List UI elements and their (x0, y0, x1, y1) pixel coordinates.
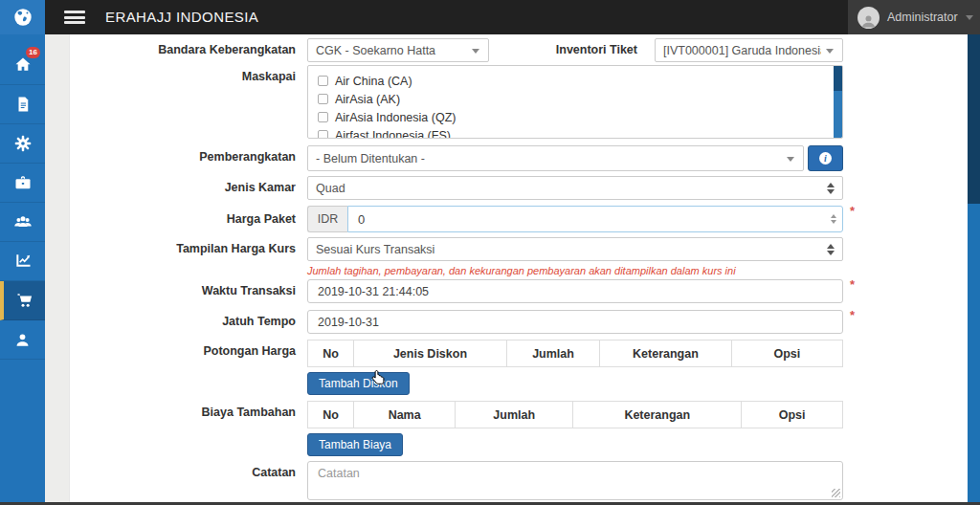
caret-down-icon (826, 49, 834, 54)
sidebar-toggle-button[interactable] (54, 0, 96, 34)
form-panel: Bandara Keberangkatan CGK - Soekarno Hat… (69, 34, 968, 505)
maskapai-multiselect: Air China (CA) AirAsia (AK) AirAsia Indo… (307, 65, 843, 139)
potongan-harga-label: Potongan Harga (70, 340, 307, 358)
app-title: ERAHAJJ INDONESIA (105, 0, 258, 34)
gear-icon (13, 134, 33, 153)
kurs-note: Jumlah tagihan, pembayaran, dan kekurang… (307, 263, 843, 276)
notification-badge: 16 (26, 47, 40, 58)
jatuh-tempo-label: Jatuh Tempo (70, 310, 307, 328)
maskapai-option[interactable]: AirAsia (AK) (318, 90, 825, 108)
tampilan-harga-kurs-select[interactable]: Sesuai Kurs Transaksi (307, 237, 843, 261)
column-header: Jumlah (506, 340, 599, 367)
tambah-biaya-button[interactable]: Tambah Biaya (307, 433, 403, 456)
checkbox-icon[interactable] (318, 94, 328, 104)
maskapai-option[interactable]: Air China (CA) (318, 72, 825, 90)
document-icon (14, 96, 32, 113)
tampilan-harga-kurs-label: Tampilan Harga Kurs (70, 237, 307, 255)
pemberangkatan-select[interactable]: - Belum Ditentukan - (307, 145, 804, 171)
up-down-arrows-icon (827, 183, 835, 194)
harga-paket-input[interactable]: 0 (347, 206, 843, 232)
app-logo[interactable] (0, 0, 45, 34)
jenis-kamar-select[interactable]: Quad (307, 176, 843, 200)
catatan-placeholder: Catatan (318, 467, 360, 480)
pemberangkatan-label: Pemberangkatan (70, 145, 307, 164)
user-menu[interactable]: Administrator (848, 0, 980, 34)
sidebar-item-users[interactable] (0, 203, 45, 242)
sidebar-item-settings[interactable] (0, 124, 45, 164)
inventori-tiket-select[interactable]: [IVT000001] Garuda Indonesia CG... (655, 38, 843, 62)
currency-addon: IDR (307, 206, 347, 232)
maskapai-option[interactable]: Airfast Indonesia (FS) (318, 126, 825, 139)
sidebar-item-profile[interactable] (0, 320, 45, 360)
pemberangkatan-value: - Belum Ditentukan - (316, 152, 425, 165)
required-marker: * (850, 277, 855, 292)
tampilan-harga-kurs-value: Sesuai Kurs Transaksi (316, 243, 434, 256)
sidebar-item-briefcase[interactable] (0, 164, 45, 203)
checkbox-icon[interactable] (318, 112, 328, 122)
column-header: Opsi (731, 340, 842, 367)
person-icon (13, 331, 32, 349)
waktu-transaksi-input[interactable]: 2019-10-31 21:44:05 (307, 279, 843, 303)
avatar (858, 7, 880, 29)
waktu-transaksi-label: Waktu Transaksi (70, 279, 307, 297)
maskapai-option-label: Airfast Indonesia (FS) (335, 129, 451, 140)
resize-handle-icon[interactable] (832, 489, 840, 497)
column-header: Jumlah (456, 402, 573, 428)
catatan-textarea[interactable]: Catatan (307, 461, 843, 500)
globe-icon (12, 7, 33, 28)
page-scrollbar-thumb[interactable] (968, 34, 980, 204)
scrollbar-thumb[interactable] (834, 66, 842, 91)
caret-down-icon (787, 157, 794, 162)
column-header: Keterangan (573, 402, 742, 428)
maskapai-option[interactable]: AirAsia Indonesia (QZ) (318, 108, 825, 126)
maskapai-option-label: AirAsia Indonesia (QZ) (335, 111, 456, 124)
maskapai-option-label: AirAsia (AK) (335, 93, 400, 106)
maskapai-label: Maskapai (70, 65, 307, 83)
bandara-keberangkatan-select[interactable]: CGK - Soekarno Hatta (307, 38, 489, 62)
home-icon (13, 55, 33, 75)
column-header: Nama (354, 402, 456, 428)
required-marker: * (850, 308, 855, 322)
potongan-harga-table: No Jenis Diskon Jumlah Keterangan Opsi (307, 340, 843, 367)
page-scrollbar[interactable] (968, 34, 980, 505)
sidebar-item-documents[interactable] (0, 85, 45, 124)
column-header: No (308, 402, 354, 428)
top-navbar: ERAHAJJ INDONESIA Administrator (0, 0, 980, 34)
column-header: No (308, 340, 354, 367)
jenis-kamar-label: Jenis Kamar (70, 176, 307, 194)
catatan-label: Catatan (70, 461, 307, 479)
users-group-icon (12, 212, 33, 231)
jenis-kamar-value: Quad (316, 182, 345, 195)
biaya-tambahan-table: No Nama Jumlah Keterangan Opsi (307, 401, 843, 428)
jatuh-tempo-value: 2019-10-31 (318, 316, 379, 329)
column-header: Opsi (742, 402, 843, 428)
number-spinner-icon[interactable] (831, 214, 837, 224)
line-chart-icon (13, 252, 33, 271)
sidebar-item-home[interactable]: 16 (0, 46, 45, 85)
sidebar-item-reports[interactable] (0, 242, 45, 281)
harga-paket-value: 0 (358, 212, 365, 227)
caret-down-icon (472, 49, 479, 54)
info-icon: i (819, 152, 832, 165)
column-header: Keterangan (600, 340, 732, 367)
sidebar-item-cart[interactable] (0, 281, 45, 320)
waktu-transaksi-value: 2019-10-31 21:44:05 (318, 285, 429, 298)
biaya-tambahan-label: Biaya Tambahan (70, 401, 307, 419)
hamburger-icon (64, 9, 85, 27)
user-name: Administrator (887, 11, 958, 24)
maskapai-option-label: Air China (CA) (335, 75, 412, 88)
column-header: Jenis Diskon (354, 340, 507, 367)
sidebar-nav: 16 (0, 34, 45, 505)
harga-paket-label: Harga Paket (70, 206, 307, 226)
jatuh-tempo-input[interactable]: 2019-10-31 (307, 310, 843, 334)
up-down-arrows-icon (827, 244, 835, 255)
person-icon (860, 12, 877, 29)
info-button[interactable]: i (808, 145, 843, 171)
checkbox-icon[interactable] (318, 130, 328, 139)
inventori-tiket-value: [IVT000001] Garuda Indonesia CG... (663, 44, 821, 57)
list-scrollbar[interactable] (834, 66, 842, 138)
shopping-cart-icon (15, 291, 34, 310)
tambah-diskon-button[interactable]: Tambah Diskon (307, 372, 410, 395)
checkbox-icon[interactable] (318, 76, 328, 86)
briefcase-icon (13, 173, 33, 192)
